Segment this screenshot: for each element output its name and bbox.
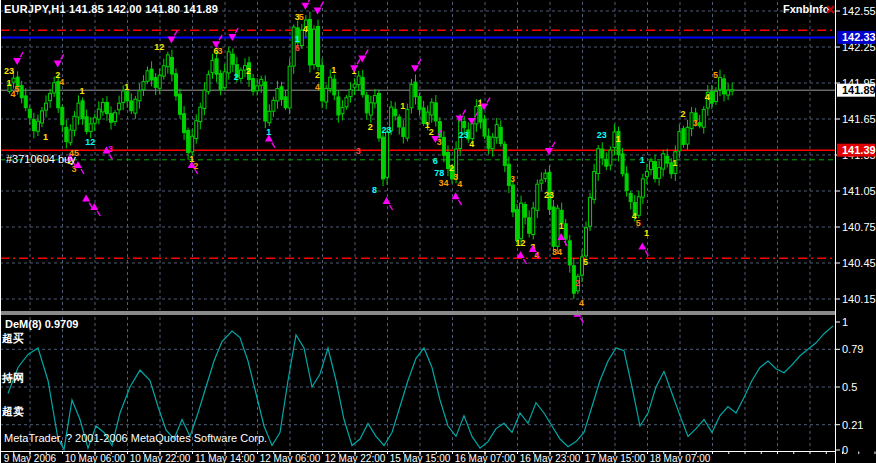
svg-text:1: 1: [6, 78, 11, 88]
svg-text:9 May 2006: 9 May 2006: [4, 453, 57, 463]
svg-text:1: 1: [124, 82, 129, 92]
svg-text:1: 1: [331, 65, 336, 75]
svg-text:17 May 15:00: 17 May 15:00: [585, 453, 646, 463]
svg-text:4: 4: [457, 179, 462, 189]
svg-text:2: 2: [246, 66, 251, 76]
svg-text:23: 23: [597, 130, 607, 140]
chart-canvas[interactable]: 2314512423451123112126322135164241132823…: [0, 0, 876, 463]
svg-text:23: 23: [459, 130, 469, 140]
svg-text:12 May 22:00: 12 May 22:00: [325, 453, 386, 463]
svg-text:140.15: 140.15: [842, 293, 876, 305]
svg-text:142.33: 142.33: [842, 31, 876, 43]
svg-text:0: 0: [842, 444, 848, 456]
svg-text:4: 4: [59, 77, 64, 87]
svg-text:5: 5: [636, 218, 641, 228]
svg-text:2: 2: [315, 70, 320, 80]
svg-text:12: 12: [85, 137, 95, 147]
svg-text:4: 4: [315, 82, 320, 92]
svg-text:1: 1: [400, 101, 405, 111]
svg-text:12: 12: [516, 238, 526, 248]
svg-text:23: 23: [382, 125, 392, 135]
svg-text:34: 34: [552, 247, 562, 257]
svg-text:3: 3: [693, 118, 698, 128]
svg-text:1: 1: [80, 86, 85, 96]
svg-text:2: 2: [575, 278, 580, 288]
svg-text:5: 5: [15, 84, 20, 94]
svg-text:1: 1: [477, 98, 482, 108]
svg-text:141.65: 141.65: [842, 113, 876, 125]
svg-text:1: 1: [615, 134, 620, 144]
midline-label: 持网: [2, 371, 24, 386]
svg-text:4: 4: [705, 92, 710, 102]
svg-text:23: 23: [4, 66, 14, 76]
svg-text:1: 1: [842, 316, 848, 328]
svg-text:10 May 06:00: 10 May 06:00: [65, 453, 126, 463]
svg-text:12: 12: [154, 42, 164, 52]
svg-text:142.55: 142.55: [842, 5, 876, 17]
svg-text:2: 2: [429, 127, 434, 137]
svg-text:141.89: 141.89: [842, 84, 876, 96]
svg-text:1: 1: [640, 155, 645, 165]
time-axis: 9 May 200610 May 06:0010 May 22:0011 May…: [4, 452, 875, 463]
brand-label: FxnbInfo: [783, 3, 829, 15]
indicator-label: DeM(8) 0.9709: [5, 318, 78, 330]
svg-text:18 May 07:00: 18 May 07:00: [650, 453, 711, 463]
svg-text:0.5: 0.5: [842, 381, 857, 393]
svg-text:4: 4: [303, 24, 308, 34]
level-lines: [0, 30, 835, 258]
svg-text:0.79: 0.79: [842, 343, 863, 355]
order-label: #3710604 buy: [6, 153, 76, 165]
svg-text:140.75: 140.75: [842, 221, 876, 233]
svg-text:78: 78: [434, 168, 444, 178]
svg-text:23: 23: [544, 190, 554, 200]
svg-text:2: 2: [368, 122, 373, 132]
svg-text:5: 5: [299, 12, 304, 22]
svg-text:2: 2: [234, 72, 239, 82]
svg-text:3: 3: [356, 146, 361, 156]
svg-text:1: 1: [295, 34, 300, 44]
svg-text:2: 2: [680, 109, 685, 119]
overbought-label: 超买: [2, 331, 24, 346]
svg-text:1: 1: [43, 132, 48, 142]
svg-text:4: 4: [579, 298, 584, 308]
chart-window: EURJPY,H1 141.85 142.00 141.80 141.89 Fx…: [0, 0, 876, 463]
svg-text:0.21: 0.21: [842, 419, 863, 431]
price-axis: 142.55142.25141.95141.65141.35141.05140.…: [835, 0, 876, 463]
gridlines: [0, 2, 835, 450]
svg-text:4: 4: [469, 139, 474, 149]
svg-text:3: 3: [218, 46, 223, 56]
svg-text:12 May 06:00: 12 May 06:00: [260, 453, 321, 463]
oversold-label: 超卖: [2, 404, 24, 419]
svg-text:6: 6: [433, 156, 438, 166]
svg-text:16 May 23:00: 16 May 23:00: [520, 453, 581, 463]
dem-line: [8, 326, 833, 450]
svg-text:16 May 07:00: 16 May 07:00: [455, 453, 516, 463]
svg-text:11 May 14:00: 11 May 14:00: [195, 453, 255, 463]
svg-text:15 May 15:00: 15 May 15:00: [390, 453, 451, 463]
svg-text:1: 1: [559, 221, 564, 231]
svg-text:10 May 22:00: 10 May 22:00: [130, 453, 191, 463]
svg-text:1: 1: [672, 158, 677, 168]
svg-text:3: 3: [510, 174, 515, 184]
copyright: MetaTrader, ? 2001-2006 MetaQuotes Softw…: [4, 432, 267, 444]
svg-text:1: 1: [644, 228, 649, 238]
svg-text:8: 8: [372, 185, 377, 195]
svg-text:5: 5: [713, 70, 718, 80]
svg-text:141.39: 141.39: [842, 144, 876, 156]
chart-title: EURJPY,H1 141.85 142.00 141.80 141.89: [4, 3, 218, 15]
svg-text:34: 34: [438, 178, 448, 188]
svg-text:140.45: 140.45: [842, 257, 876, 269]
svg-text:141.05: 141.05: [842, 185, 876, 197]
svg-text:5: 5: [583, 257, 588, 267]
svg-text:6: 6: [295, 43, 300, 53]
